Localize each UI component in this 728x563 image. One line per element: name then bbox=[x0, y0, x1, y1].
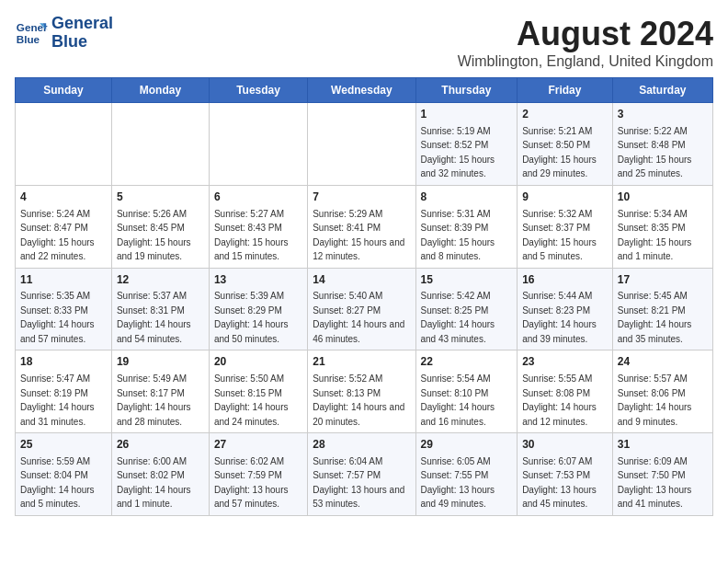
day-info: Sunrise: 5:32 AMSunset: 8:37 PMDaylight:… bbox=[522, 209, 597, 262]
calendar-cell: 31Sunrise: 6:09 AMSunset: 7:50 PMDayligh… bbox=[612, 433, 712, 516]
logo-icon: General Blue bbox=[15, 17, 48, 50]
day-header-tuesday: Tuesday bbox=[209, 78, 307, 103]
calendar-cell: 5Sunrise: 5:26 AMSunset: 8:45 PMDaylight… bbox=[111, 185, 209, 268]
calendar-cell: 20Sunrise: 5:50 AMSunset: 8:15 PMDayligh… bbox=[209, 350, 307, 433]
day-number: 15 bbox=[421, 272, 513, 288]
calendar-cell bbox=[111, 103, 209, 186]
subtitle: Wimblington, England, United Kingdom bbox=[458, 53, 713, 70]
calendar-body: 1Sunrise: 5:19 AMSunset: 8:52 PMDaylight… bbox=[16, 103, 713, 516]
calendar-cell: 28Sunrise: 6:04 AMSunset: 7:57 PMDayligh… bbox=[308, 433, 415, 516]
day-number: 26 bbox=[117, 437, 204, 453]
calendar-cell: 12Sunrise: 5:37 AMSunset: 8:31 PMDayligh… bbox=[111, 268, 209, 350]
day-number: 9 bbox=[522, 190, 608, 205]
calendar-cell: 6Sunrise: 5:27 AMSunset: 8:43 PMDaylight… bbox=[209, 185, 307, 268]
day-info: Sunrise: 5:49 AMSunset: 8:17 PMDaylight:… bbox=[117, 373, 191, 427]
calendar-cell: 13Sunrise: 5:39 AMSunset: 8:29 PMDayligh… bbox=[209, 268, 307, 350]
day-header-sunday: Sunday bbox=[16, 78, 112, 103]
calendar-cell: 15Sunrise: 5:42 AMSunset: 8:25 PMDayligh… bbox=[415, 268, 518, 350]
day-number: 28 bbox=[313, 437, 410, 453]
day-number: 10 bbox=[618, 190, 708, 205]
calendar-header-row: SundayMondayTuesdayWednesdayThursdayFrid… bbox=[16, 78, 713, 103]
day-info: Sunrise: 5:40 AMSunset: 8:27 PMDaylight:… bbox=[313, 291, 404, 344]
day-number: 24 bbox=[618, 354, 708, 370]
calendar-cell: 27Sunrise: 6:02 AMSunset: 7:59 PMDayligh… bbox=[209, 433, 307, 516]
day-number: 30 bbox=[522, 437, 608, 453]
calendar-cell: 19Sunrise: 5:49 AMSunset: 8:17 PMDayligh… bbox=[111, 350, 209, 433]
day-header-wednesday: Wednesday bbox=[308, 78, 415, 103]
day-info: Sunrise: 6:09 AMSunset: 7:50 PMDaylight:… bbox=[618, 456, 692, 510]
day-number: 21 bbox=[313, 354, 410, 370]
day-header-thursday: Thursday bbox=[415, 78, 518, 103]
day-number: 5 bbox=[117, 190, 204, 205]
calendar-cell: 25Sunrise: 5:59 AMSunset: 8:04 PMDayligh… bbox=[16, 433, 112, 516]
day-info: Sunrise: 5:59 AMSunset: 8:04 PMDaylight:… bbox=[20, 456, 95, 510]
day-number: 25 bbox=[20, 437, 107, 453]
day-number: 22 bbox=[421, 354, 513, 370]
week-row-5: 25Sunrise: 5:59 AMSunset: 8:04 PMDayligh… bbox=[16, 433, 713, 516]
calendar-cell: 1Sunrise: 5:19 AMSunset: 8:52 PMDaylight… bbox=[415, 103, 518, 186]
day-info: Sunrise: 5:35 AMSunset: 8:33 PMDaylight:… bbox=[20, 291, 95, 344]
day-info: Sunrise: 5:21 AMSunset: 8:50 PMDaylight:… bbox=[522, 126, 597, 179]
calendar-cell: 8Sunrise: 5:31 AMSunset: 8:39 PMDaylight… bbox=[415, 185, 518, 268]
week-row-1: 1Sunrise: 5:19 AMSunset: 8:52 PMDaylight… bbox=[16, 103, 713, 186]
day-number: 13 bbox=[214, 272, 302, 288]
calendar-cell: 14Sunrise: 5:40 AMSunset: 8:27 PMDayligh… bbox=[308, 268, 415, 350]
day-info: Sunrise: 5:19 AMSunset: 8:52 PMDaylight:… bbox=[421, 126, 495, 179]
calendar-cell: 17Sunrise: 5:45 AMSunset: 8:21 PMDayligh… bbox=[612, 268, 712, 350]
day-number: 4 bbox=[20, 190, 107, 205]
day-info: Sunrise: 5:29 AMSunset: 8:41 PMDaylight:… bbox=[313, 209, 404, 262]
calendar-cell: 7Sunrise: 5:29 AMSunset: 8:41 PMDaylight… bbox=[308, 185, 415, 268]
calendar-cell: 3Sunrise: 5:22 AMSunset: 8:48 PMDaylight… bbox=[612, 103, 712, 186]
day-number: 29 bbox=[421, 437, 513, 453]
calendar-cell bbox=[16, 103, 112, 186]
day-info: Sunrise: 5:22 AMSunset: 8:48 PMDaylight:… bbox=[618, 126, 692, 179]
calendar-table: SundayMondayTuesdayWednesdayThursdayFrid… bbox=[15, 77, 713, 516]
day-info: Sunrise: 5:45 AMSunset: 8:21 PMDaylight:… bbox=[618, 291, 692, 344]
calendar-cell: 4Sunrise: 5:24 AMSunset: 8:47 PMDaylight… bbox=[16, 185, 112, 268]
day-info: Sunrise: 6:00 AMSunset: 8:02 PMDaylight:… bbox=[117, 456, 191, 510]
day-info: Sunrise: 5:37 AMSunset: 8:31 PMDaylight:… bbox=[117, 291, 191, 344]
day-number: 31 bbox=[618, 437, 708, 453]
calendar-cell: 18Sunrise: 5:47 AMSunset: 8:19 PMDayligh… bbox=[16, 350, 112, 433]
calendar-cell: 26Sunrise: 6:00 AMSunset: 8:02 PMDayligh… bbox=[111, 433, 209, 516]
day-info: Sunrise: 5:54 AMSunset: 8:10 PMDaylight:… bbox=[421, 373, 495, 427]
day-number: 23 bbox=[522, 354, 608, 370]
calendar-cell: 29Sunrise: 6:05 AMSunset: 7:55 PMDayligh… bbox=[415, 433, 518, 516]
calendar-cell: 22Sunrise: 5:54 AMSunset: 8:10 PMDayligh… bbox=[415, 350, 518, 433]
day-number: 7 bbox=[313, 190, 410, 205]
day-info: Sunrise: 5:52 AMSunset: 8:13 PMDaylight:… bbox=[313, 373, 404, 427]
main-title: August 2024 bbox=[458, 15, 713, 53]
day-number: 2 bbox=[522, 107, 608, 122]
calendar-cell: 30Sunrise: 6:07 AMSunset: 7:53 PMDayligh… bbox=[518, 433, 613, 516]
day-number: 1 bbox=[421, 107, 513, 122]
calendar-cell: 23Sunrise: 5:55 AMSunset: 8:08 PMDayligh… bbox=[518, 350, 613, 433]
day-info: Sunrise: 5:39 AMSunset: 8:29 PMDaylight:… bbox=[214, 291, 289, 344]
calendar-cell: 10Sunrise: 5:34 AMSunset: 8:35 PMDayligh… bbox=[612, 185, 712, 268]
calendar-cell: 9Sunrise: 5:32 AMSunset: 8:37 PMDaylight… bbox=[518, 185, 613, 268]
day-number: 27 bbox=[214, 437, 302, 453]
day-info: Sunrise: 5:24 AMSunset: 8:47 PMDaylight:… bbox=[20, 209, 95, 262]
calendar-cell: 2Sunrise: 5:21 AMSunset: 8:50 PMDaylight… bbox=[518, 103, 613, 186]
calendar-cell bbox=[209, 103, 307, 186]
day-info: Sunrise: 5:50 AMSunset: 8:15 PMDaylight:… bbox=[214, 373, 289, 427]
day-info: Sunrise: 5:47 AMSunset: 8:19 PMDaylight:… bbox=[20, 373, 95, 427]
day-info: Sunrise: 5:57 AMSunset: 8:06 PMDaylight:… bbox=[618, 373, 692, 427]
svg-text:Blue: Blue bbox=[17, 33, 40, 45]
calendar-cell: 11Sunrise: 5:35 AMSunset: 8:33 PMDayligh… bbox=[16, 268, 112, 350]
day-number: 6 bbox=[214, 190, 302, 205]
day-info: Sunrise: 6:07 AMSunset: 7:53 PMDaylight:… bbox=[522, 456, 597, 510]
day-info: Sunrise: 6:04 AMSunset: 7:57 PMDaylight:… bbox=[313, 456, 404, 510]
day-info: Sunrise: 5:55 AMSunset: 8:08 PMDaylight:… bbox=[522, 373, 597, 427]
week-row-3: 11Sunrise: 5:35 AMSunset: 8:33 PMDayligh… bbox=[16, 268, 713, 350]
title-area: August 2024 Wimblington, England, United… bbox=[458, 15, 713, 70]
day-header-saturday: Saturday bbox=[612, 78, 712, 103]
day-number: 12 bbox=[117, 272, 204, 288]
day-number: 17 bbox=[618, 272, 708, 288]
day-number: 20 bbox=[214, 354, 302, 370]
day-info: Sunrise: 6:05 AMSunset: 7:55 PMDaylight:… bbox=[421, 456, 495, 510]
day-info: Sunrise: 5:26 AMSunset: 8:45 PMDaylight:… bbox=[117, 209, 191, 262]
day-number: 19 bbox=[117, 354, 204, 370]
day-number: 18 bbox=[20, 354, 107, 370]
calendar-cell: 21Sunrise: 5:52 AMSunset: 8:13 PMDayligh… bbox=[308, 350, 415, 433]
day-number: 11 bbox=[20, 272, 107, 288]
